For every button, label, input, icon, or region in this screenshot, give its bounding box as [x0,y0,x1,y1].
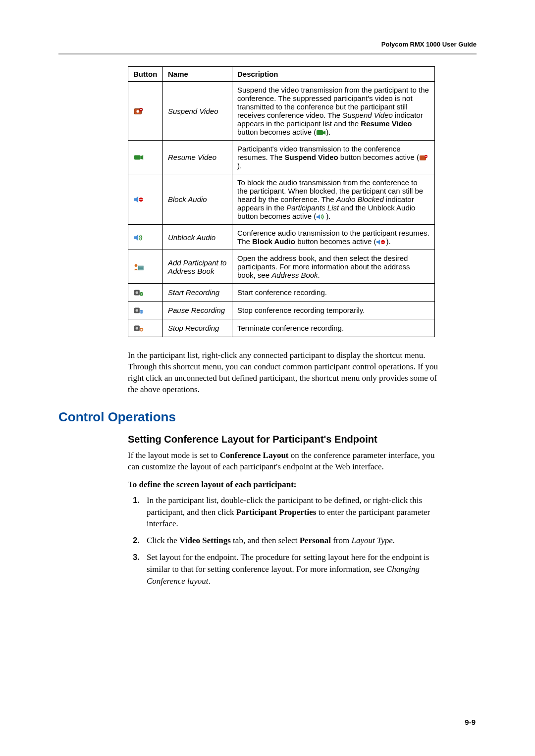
row-name: Suspend Video [163,82,232,141]
row-desc: Stop conference recording temporarily. [232,302,435,319]
resume-video-inline-icon [316,129,326,136]
svg-rect-6 [134,155,141,159]
table-row: Pause Recording Stop conference recordin… [128,302,435,319]
svg-rect-4 [317,130,323,135]
page: Polycom RMX 1000 User Guide Button Name … [0,0,535,756]
svg-marker-5 [323,131,325,135]
step-3: Set layout for the endpoint. The procedu… [142,552,445,587]
row-name: Unblock Audio [163,225,232,250]
unblock-audio-inline-icon [316,213,326,220]
row-desc: Participant's video transmission to the … [232,141,435,174]
row-desc: Start conference recording. [232,284,435,302]
resume-video-icon [133,153,144,162]
table-row: Resume Video Participant's video transmi… [128,141,435,174]
svg-marker-7 [141,155,144,159]
block-audio-inline-icon [376,239,386,246]
unblock-audio-icon [133,233,144,242]
svg-marker-16 [376,240,380,245]
step-1: In the participant list, double-click th… [142,495,445,530]
intro-paragraph: If the layout mode is set to Conference … [128,450,445,473]
table-row: Unblock Audio Conference audio transmiss… [128,225,435,250]
svg-rect-20 [138,266,143,270]
table-row: Add Participant to Address Book Open the… [128,250,435,284]
svg-point-24 [136,291,139,294]
row-name: Start Recording [163,284,232,302]
svg-point-33 [136,327,139,330]
row-name: Pause Recording [163,302,232,319]
svg-point-1 [136,110,139,113]
subsection-heading: Setting Conference Layout for Participan… [128,434,477,445]
svg-point-28 [136,309,139,312]
button-table: Button Name Description Suspend Video Su… [128,66,435,337]
svg-rect-35 [141,329,143,331]
svg-rect-3 [140,109,142,109]
table-row: Start Recording Start conference recordi… [128,284,435,302]
svg-marker-14 [317,214,320,219]
row-name: Add Participant to Address Book [163,250,232,284]
svg-point-19 [135,264,138,267]
row-desc: To block the audio transmission from the… [232,174,435,225]
block-audio-icon [133,195,144,204]
steps-list: In the participant list, double-click th… [128,495,445,587]
row-desc: Suspend the video transmission from the … [232,82,435,141]
doc-title: Polycom RMX 1000 User Guide [381,41,477,48]
svg-rect-13 [139,200,142,200]
svg-rect-18 [381,242,384,243]
row-name: Resume Video [163,141,232,174]
table-row: Block Audio To block the audio transmiss… [128,174,435,225]
row-desc: Terminate conference recording. [232,319,435,337]
define-line: To define the screen layout of each part… [128,480,477,490]
svg-rect-31 [142,311,142,313]
step-2: Click the Video Settings tab, and then s… [142,535,445,547]
suspend-video-inline-icon [419,154,429,161]
row-desc: Open the address book, and then select t… [232,250,435,284]
svg-point-29 [140,310,143,313]
page-number: 9-9 [465,718,476,726]
svg-rect-30 [141,311,141,313]
row-name: Block Audio [163,174,232,225]
suspend-video-icon [133,107,144,116]
th-button: Button [128,67,163,82]
section-heading: Control Operations [58,409,477,425]
row-name: Stop Recording [163,319,232,337]
table-row: Stop Recording Terminate conference reco… [128,319,435,337]
body-paragraph: In the participant list, right-click any… [128,350,445,396]
table-row: Suspend Video Suspend the video transmis… [128,82,435,141]
pause-recording-icon [133,306,144,315]
th-name: Name [163,67,232,82]
start-recording-icon [133,288,144,297]
th-desc: Description [232,67,435,82]
svg-rect-10 [425,156,428,157]
row-desc: Conference audio transmission to the par… [232,225,435,250]
header-rule [58,53,477,54]
add-participant-icon [133,262,144,271]
svg-marker-15 [134,234,138,241]
stop-recording-icon [133,324,144,333]
svg-marker-11 [134,197,138,203]
